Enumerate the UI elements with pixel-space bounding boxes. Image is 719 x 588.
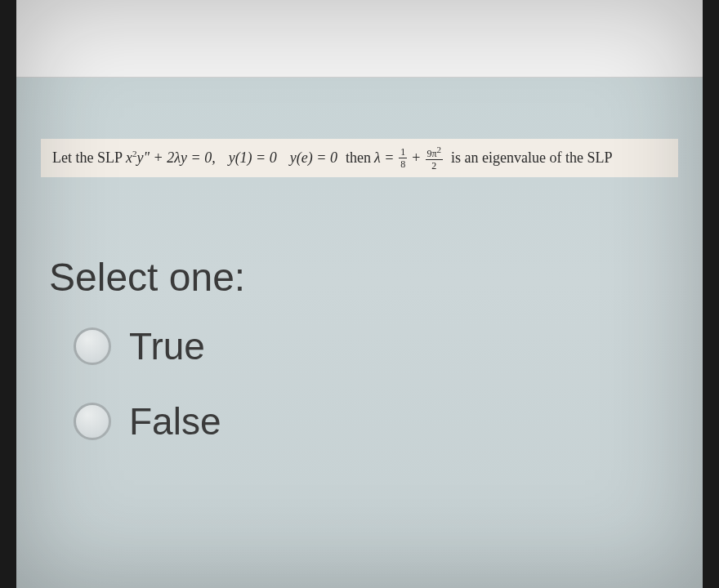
- option-false[interactable]: False: [74, 399, 703, 443]
- option-true[interactable]: True: [74, 324, 703, 368]
- radio-icon[interactable]: [74, 327, 111, 365]
- question-panel: Let the SLP x2y" + 2λy = 0, y(1) = 0 y(e…: [16, 78, 703, 588]
- then-text: then: [346, 148, 371, 168]
- top-blank-bar: [16, 0, 703, 78]
- plus-sign: +: [412, 148, 420, 168]
- boundary-cond-2: y(e) = 0: [290, 148, 337, 168]
- frac2-num: 9π2: [426, 145, 444, 160]
- stem-tail: is an eigenvalue of the SLP: [451, 148, 612, 168]
- select-one-prompt: Select one:: [49, 255, 703, 300]
- option-true-label: True: [129, 324, 205, 368]
- fraction-1: 1 8: [399, 147, 407, 169]
- boundary-cond-1: y(1) = 0: [229, 148, 277, 168]
- fraction-2: 9π2 2: [426, 145, 444, 171]
- frac2-den: 2: [430, 160, 438, 171]
- screen-frame: Let the SLP x2y" + 2λy = 0, y(1) = 0 y(e…: [16, 0, 703, 588]
- question-stem: Let the SLP x2y" + 2λy = 0, y(1) = 0 y(e…: [41, 139, 678, 177]
- options-group: True False: [74, 324, 703, 443]
- lambda-equals: λ =: [374, 148, 394, 168]
- eq-x: x: [126, 149, 132, 166]
- eq-rest: y" + 2λy = 0,: [137, 149, 216, 166]
- frac1-den: 8: [399, 158, 407, 169]
- frac1-num: 1: [399, 147, 407, 158]
- stem-prefix: Let the SLP: [52, 148, 123, 168]
- radio-icon[interactable]: [74, 403, 111, 440]
- option-false-label: False: [129, 399, 221, 443]
- equation: x2y" + 2λy = 0,: [126, 148, 216, 168]
